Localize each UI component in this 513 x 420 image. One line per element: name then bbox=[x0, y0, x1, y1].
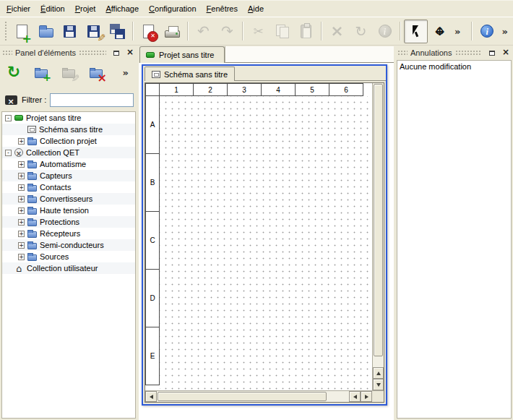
dock-grip[interactable] bbox=[2, 50, 12, 56]
expander[interactable]: + bbox=[18, 184, 25, 191]
toolbar-overflow-chevron[interactable]: » bbox=[499, 27, 511, 36]
toolbar-drag-handle[interactable] bbox=[4, 21, 8, 41]
scroll-left-button[interactable] bbox=[145, 391, 157, 402]
undo-panel-float-button[interactable] bbox=[486, 48, 497, 58]
dock-grip[interactable] bbox=[455, 50, 483, 56]
toolbar-separator bbox=[321, 22, 322, 40]
scroll-track[interactable] bbox=[373, 83, 384, 367]
tree-item-schema-sans-titre[interactable]: Schéma sans titre bbox=[2, 124, 135, 135]
clear-filter-button[interactable] bbox=[4, 93, 18, 106]
save-all-button[interactable] bbox=[105, 20, 129, 43]
delete-element-button[interactable] bbox=[87, 63, 105, 82]
new-element-button[interactable] bbox=[32, 63, 51, 82]
tree-item-label: Schéma sans titre bbox=[39, 125, 103, 134]
tree-item-semi-conducteurs[interactable]: + Semi-conducteurs bbox=[2, 239, 135, 251]
tree-item-label: Récepteurs bbox=[40, 229, 80, 238]
copy-button[interactable] bbox=[270, 20, 294, 43]
new-project-button[interactable] bbox=[10, 20, 34, 43]
grid-dots[interactable] bbox=[160, 96, 372, 390]
menu-fichier[interactable]: Fichier bbox=[1, 2, 35, 15]
tree-item-automatisme[interactable]: + Automatisme bbox=[2, 158, 135, 170]
menu-configuration[interactable]: Configuration bbox=[144, 2, 201, 15]
menu-projet[interactable]: Projet bbox=[70, 2, 101, 15]
edit-element-button[interactable] bbox=[59, 63, 78, 82]
paste-button[interactable] bbox=[294, 20, 318, 43]
diagram-canvas[interactable]: 1 2 3 4 5 6 A B C bbox=[145, 83, 372, 390]
scroll-thumb[interactable] bbox=[374, 84, 383, 356]
tree-item-contacts[interactable]: + Contacts bbox=[2, 181, 135, 193]
expander[interactable]: + bbox=[18, 207, 25, 214]
save-as-button[interactable] bbox=[82, 20, 105, 43]
expander[interactable]: - bbox=[5, 115, 12, 121]
tab-schema-sans-titre[interactable]: Schéma sans titre bbox=[145, 67, 235, 81]
expander[interactable]: + bbox=[18, 196, 25, 202]
folder-icon bbox=[27, 220, 37, 226]
project-tabbar: Projet sans titre bbox=[139, 46, 394, 63]
panel-overflow-chevron[interactable]: » bbox=[120, 68, 132, 77]
about-button[interactable] bbox=[475, 20, 499, 43]
tree-item-collection-qet[interactable]: - Collection QET bbox=[2, 147, 135, 158]
dock-grip[interactable] bbox=[79, 50, 106, 56]
reload-collections-button[interactable] bbox=[4, 63, 23, 82]
menu-aide[interactable]: Aide bbox=[243, 2, 269, 15]
scroll-up-button[interactable] bbox=[373, 367, 384, 379]
vertical-scrollbar[interactable] bbox=[372, 83, 384, 390]
save-button[interactable] bbox=[58, 20, 82, 43]
elements-panel-titlebar[interactable]: Panel d'éléments bbox=[0, 46, 137, 59]
tree-item-sources[interactable]: + Sources bbox=[2, 251, 135, 262]
tree-item-collection-utilisateur[interactable]: Collection utilisateur bbox=[2, 262, 135, 274]
open-project-button[interactable] bbox=[34, 20, 58, 43]
delete-button[interactable] bbox=[325, 20, 349, 43]
expander[interactable]: - bbox=[5, 150, 12, 156]
menu-edition[interactable]: Édition bbox=[35, 2, 70, 15]
scroll-mode-button[interactable] bbox=[428, 20, 452, 43]
expander[interactable]: + bbox=[18, 254, 25, 260]
expander[interactable]: + bbox=[18, 138, 25, 145]
elements-panel-close-button[interactable] bbox=[124, 48, 135, 58]
expander[interactable]: + bbox=[18, 219, 25, 226]
menu-fenetres[interactable]: Fenêtres bbox=[202, 2, 243, 15]
scroll-thumb[interactable] bbox=[158, 392, 327, 401]
info-icon bbox=[379, 25, 392, 38]
scroll-left-button[interactable] bbox=[349, 391, 361, 402]
clear-filter-icon bbox=[5, 95, 17, 105]
print-button[interactable] bbox=[160, 20, 184, 43]
diagram-info-button[interactable] bbox=[373, 20, 397, 43]
tree-item-projet-sans-titre[interactable]: - Projet sans titre bbox=[2, 112, 135, 124]
close-file-button[interactable] bbox=[137, 20, 160, 43]
cut-icon bbox=[253, 24, 263, 38]
tree-item-convertisseurs[interactable]: + Convertisseurs bbox=[2, 193, 135, 205]
redo-button[interactable] bbox=[215, 20, 239, 43]
tree-item-haute-tension[interactable]: + Haute tension bbox=[2, 205, 135, 216]
scroll-track[interactable] bbox=[157, 391, 349, 402]
dock-grip[interactable] bbox=[397, 50, 408, 56]
select-mode-button[interactable] bbox=[404, 20, 428, 43]
tools-overflow-chevron[interactable]: » bbox=[452, 27, 463, 36]
scroll-down-button[interactable] bbox=[373, 379, 384, 390]
cut-button[interactable] bbox=[246, 20, 270, 43]
tree-item-label: Collection utilisateur bbox=[27, 264, 98, 273]
expander[interactable]: + bbox=[18, 231, 25, 237]
undo-panel-titlebar[interactable]: Annulations bbox=[395, 46, 513, 59]
close-file-icon bbox=[143, 25, 154, 38]
filter-input[interactable] bbox=[50, 93, 134, 107]
horizontal-scrollbar[interactable] bbox=[145, 390, 384, 402]
tree-item-recepteurs[interactable]: + Récepteurs bbox=[2, 228, 135, 239]
expander[interactable]: + bbox=[18, 161, 25, 168]
menu-affichage[interactable]: Affichage bbox=[100, 2, 144, 15]
tree-item-collection-projet[interactable]: + Collection projet bbox=[2, 135, 135, 147]
scroll-right-button[interactable] bbox=[361, 391, 372, 402]
expander[interactable]: + bbox=[18, 242, 25, 249]
undo-button[interactable] bbox=[191, 20, 215, 43]
row-header: B bbox=[145, 154, 160, 212]
elements-panel-float-button[interactable] bbox=[111, 48, 121, 58]
filter-row: Filtrer : bbox=[0, 91, 137, 108]
rotate-button[interactable] bbox=[349, 20, 373, 43]
undo-history-list[interactable]: Aucune modification bbox=[397, 60, 512, 419]
undo-panel-close-button[interactable] bbox=[500, 48, 511, 58]
tree-item-protections[interactable]: + Protections bbox=[2, 216, 135, 228]
tree-item-label: Protections bbox=[40, 218, 79, 226]
tree-item-capteurs[interactable]: + Capteurs bbox=[2, 170, 135, 181]
expander[interactable]: + bbox=[18, 173, 25, 179]
tab-projet-sans-titre[interactable]: Projet sans titre bbox=[139, 46, 225, 63]
